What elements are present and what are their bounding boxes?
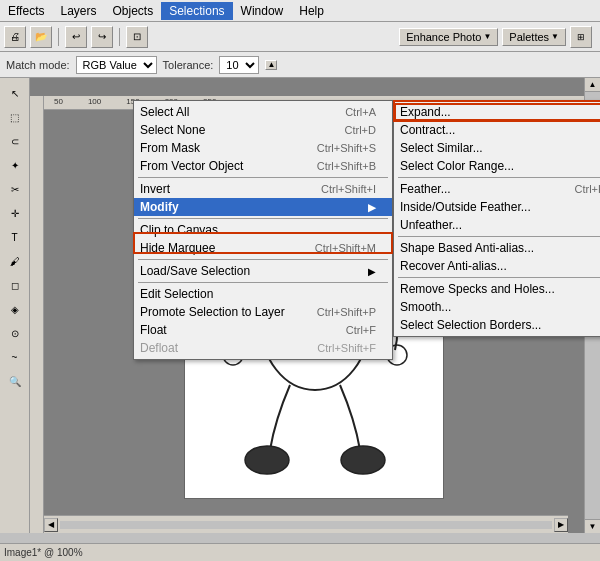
menu-expand[interactable]: Expand... [394, 103, 600, 121]
select-tool[interactable]: ⬚ [4, 106, 26, 128]
tolerance-up[interactable]: ▲ [265, 60, 277, 70]
menu-shape-based-antialias[interactable]: Shape Based Anti-alias... [394, 239, 600, 257]
sep2 [138, 218, 388, 219]
scroll-left-button[interactable]: ◀ [44, 518, 58, 532]
menu-selections[interactable]: Selections [161, 2, 232, 20]
scroll-down-button[interactable]: ▼ [585, 519, 600, 533]
horizontal-scrollbar[interactable]: ◀ ▶ [44, 515, 568, 533]
tools-panel: ↖ ⬚ ⊂ ✦ ✂ ✛ T 🖌 ◻ ◈ ⊙ ~ 🔍 [0, 78, 30, 533]
menu-effects[interactable]: Effects [0, 2, 52, 20]
paint-tool[interactable]: 🖌 [4, 250, 26, 272]
toolbar: 🖨 📂 ↩ ↪ ⊡ Enhance Photo ▼ Palettes ▼ ⊞ [0, 22, 600, 52]
menu-load-save[interactable]: Load/Save Selection ▶ [134, 262, 392, 280]
palettes-button[interactable]: Palettes ▼ [502, 28, 566, 46]
redo-button[interactable]: ↪ [91, 26, 113, 48]
menu-edit-selection[interactable]: Edit Selection [134, 285, 392, 303]
menu-contract[interactable]: Contract... [394, 121, 600, 139]
enhance-dropdown-icon[interactable]: ▼ [483, 32, 491, 41]
status-bar: Image1* @ 100% [0, 543, 600, 561]
selections-dropdown: Select All Ctrl+A Select None Ctrl+D Fro… [133, 100, 393, 360]
scroll-right-button[interactable]: ▶ [554, 518, 568, 532]
palettes-dropdown-icon[interactable]: ▼ [551, 32, 559, 41]
scroll-up-button[interactable]: ▲ [585, 78, 600, 92]
menu-objects[interactable]: Objects [105, 2, 162, 20]
content-area: ↖ ⬚ ⊂ ✦ ✂ ✛ T 🖌 ◻ ◈ ⊙ ~ 🔍 50 100 150 200… [0, 78, 600, 533]
lasso-tool[interactable]: ⊂ [4, 130, 26, 152]
enhance-photo-label: Enhance Photo [406, 31, 481, 43]
open-button[interactable]: 📂 [30, 26, 52, 48]
menu-select-none[interactable]: Select None Ctrl+D [134, 121, 392, 139]
text-tool[interactable]: T [4, 226, 26, 248]
modify-sep3 [398, 277, 600, 278]
sep3 [138, 259, 388, 260]
menu-clip-canvas[interactable]: Clip to Canvas [134, 221, 392, 239]
zoom-tool[interactable]: 🔍 [4, 370, 26, 392]
menu-feather[interactable]: Feather... Ctrl+H [394, 180, 600, 198]
menu-remove-specks[interactable]: Remove Specks and Holes... [394, 280, 600, 298]
menu-help[interactable]: Help [291, 2, 332, 20]
eraser-tool[interactable]: ◻ [4, 274, 26, 296]
options-bar: Match mode: RGB Value Tolerance: 10 ▲ [0, 52, 600, 78]
match-mode-select[interactable]: RGB Value [76, 56, 157, 74]
tolerance-select[interactable]: 10 [219, 56, 259, 74]
sep4 [138, 282, 388, 283]
palette-icon-btn[interactable]: ⊞ [570, 26, 592, 48]
menu-unfeather[interactable]: Unfeather... [394, 216, 600, 234]
undo-button[interactable]: ↩ [65, 26, 87, 48]
menu-bar: Effects Layers Objects Selections Window… [0, 0, 600, 22]
palettes-label: Palettes [509, 31, 549, 43]
menu-hide-marquee[interactable]: Hide Marquee Ctrl+Shift+M [134, 239, 392, 257]
menu-defloat: Defloat Ctrl+Shift+F [134, 339, 392, 357]
status-text: Image1* @ 100% [4, 547, 83, 558]
menu-select-all[interactable]: Select All Ctrl+A [134, 103, 392, 121]
sep1 [138, 177, 388, 178]
svg-point-9 [341, 446, 385, 474]
menu-inside-outside-feather[interactable]: Inside/Outside Feather... [394, 198, 600, 216]
tolerance-label: Tolerance: [163, 59, 214, 71]
match-mode-label: Match mode: [6, 59, 70, 71]
menu-from-mask[interactable]: From Mask Ctrl+Shift+S [134, 139, 392, 157]
menu-select-selection-borders[interactable]: Select Selection Borders... [394, 316, 600, 334]
menu-layers[interactable]: Layers [52, 2, 104, 20]
fill-tool[interactable]: ◈ [4, 298, 26, 320]
menu-modify[interactable]: Modify ▶ [134, 198, 392, 216]
menu-select-color-range[interactable]: Select Color Range... [394, 157, 600, 175]
menu-window[interactable]: Window [233, 2, 292, 20]
smudge-tool[interactable]: ~ [4, 346, 26, 368]
move-tool[interactable]: ✛ [4, 202, 26, 224]
arrow-tool[interactable]: ↖ [4, 82, 26, 104]
menu-from-vector[interactable]: From Vector Object Ctrl+Shift+B [134, 157, 392, 175]
crop-button[interactable]: ⊡ [126, 26, 148, 48]
ruler-vertical [30, 110, 44, 533]
modify-submenu: Expand... Contract... Select Similar... … [393, 100, 600, 337]
print-button[interactable]: 🖨 [4, 26, 26, 48]
menu-invert[interactable]: Invert Ctrl+Shift+I [134, 180, 392, 198]
menu-recover-antialias[interactable]: Recover Anti-alias... [394, 257, 600, 275]
crop-tool[interactable]: ✂ [4, 178, 26, 200]
svg-point-8 [245, 446, 289, 474]
modify-sep2 [398, 236, 600, 237]
menu-select-similar[interactable]: Select Similar... [394, 139, 600, 157]
menu-float[interactable]: Float Ctrl+F [134, 321, 392, 339]
modify-sep1 [398, 177, 600, 178]
magic-wand-tool[interactable]: ✦ [4, 154, 26, 176]
menu-promote-selection[interactable]: Promote Selection to Layer Ctrl+Shift+P [134, 303, 392, 321]
menu-smooth[interactable]: Smooth... [394, 298, 600, 316]
enhance-photo-button[interactable]: Enhance Photo ▼ [399, 28, 498, 46]
clone-tool[interactable]: ⊙ [4, 322, 26, 344]
